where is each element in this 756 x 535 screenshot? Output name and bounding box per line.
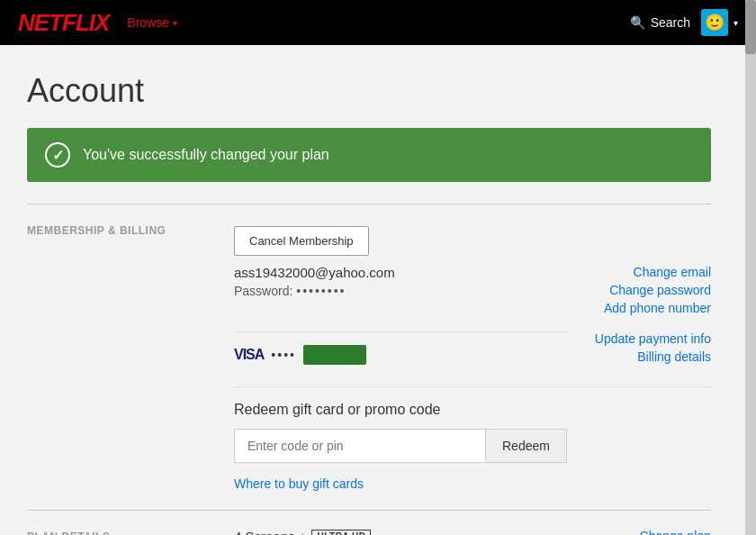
netflix-logo[interactable]: NETFLIX bbox=[18, 9, 109, 37]
gift-card-wrapper: Redeem gift card or promo code Redeem Wh… bbox=[27, 386, 711, 510]
success-icon: ✓ bbox=[45, 142, 70, 168]
plan-actions: Change plan Add DVD plan bbox=[567, 529, 711, 535]
membership-content: Cancel Membership bbox=[234, 222, 711, 256]
change-email-link[interactable]: Change email bbox=[567, 265, 711, 279]
password-label: Password: bbox=[234, 284, 292, 298]
change-plan-link[interactable]: Change plan bbox=[567, 529, 711, 535]
payment-row-outer: VISA •••• Update payment info Billing de… bbox=[234, 331, 711, 374]
gift-card-label: Redeem gift card or promo code bbox=[234, 386, 711, 418]
gift-input-row: Redeem bbox=[234, 429, 711, 463]
ultra-hd-badge: ULTRA HD bbox=[311, 530, 371, 535]
payment-wrapper: VISA •••• Update payment info Billing de… bbox=[27, 331, 711, 374]
header-right: 🔍 Search 🙂 ▾ bbox=[630, 9, 738, 36]
sections: MEMBERSHIP & BILLING Cancel Membership a… bbox=[27, 204, 711, 535]
plan-label: PLAN DETAILS bbox=[27, 529, 234, 535]
plan-screens: 4 Screens + bbox=[234, 529, 306, 535]
scrollbar[interactable] bbox=[745, 0, 756, 535]
credential-actions: Change email Change password Add phone n… bbox=[567, 265, 711, 319]
card-dots: •••• bbox=[271, 348, 296, 362]
update-payment-link[interactable]: Update payment info bbox=[567, 331, 711, 346]
cancel-membership-button[interactable]: Cancel Membership bbox=[234, 226, 369, 256]
credentials-row: ass19432000@yahoo.com Password: ••••••••… bbox=[27, 265, 711, 319]
redeem-button[interactable]: Redeem bbox=[486, 429, 567, 463]
browse-chevron-icon: ▾ bbox=[173, 18, 177, 28]
add-phone-link[interactable]: Add phone number bbox=[567, 301, 711, 315]
password-row: Password: •••••••• bbox=[234, 284, 567, 298]
avatar: 🙂 bbox=[701, 9, 728, 36]
card-color-block bbox=[303, 345, 366, 365]
search-icon: 🔍 bbox=[630, 15, 645, 30]
page-title: Account bbox=[27, 72, 711, 110]
email-display: ass19432000@yahoo.com bbox=[234, 265, 567, 280]
header: NETFLIX Browse ▾ 🔍 Search 🙂 ▾ bbox=[0, 0, 756, 45]
change-password-link[interactable]: Change password bbox=[567, 283, 711, 297]
credentials-content: ass19432000@yahoo.com Password: •••••••• bbox=[234, 265, 567, 319]
success-message: You've successfully changed your plan bbox=[83, 147, 329, 163]
visa-logo: VISA bbox=[234, 347, 264, 363]
search-label: Search bbox=[651, 15, 690, 30]
checkmark-icon: ✓ bbox=[52, 147, 64, 164]
gift-code-input[interactable] bbox=[234, 429, 486, 463]
browse-label: Browse bbox=[127, 15, 169, 30]
success-banner: ✓ You've successfully changed your plan bbox=[27, 128, 711, 182]
membership-section: MEMBERSHIP & BILLING Cancel Membership bbox=[27, 204, 711, 274]
main-content: Account ✓ You've successfully changed yo… bbox=[0, 45, 738, 535]
avatar-menu[interactable]: 🙂 ▾ bbox=[701, 9, 738, 36]
payment-row: VISA •••• bbox=[234, 331, 567, 374]
browse-button[interactable]: Browse ▾ bbox=[127, 15, 177, 30]
avatar-chevron-icon: ▾ bbox=[734, 18, 738, 28]
where-to-buy-gift-cards-link[interactable]: Where to buy gift cards bbox=[234, 476, 364, 491]
password-dots: •••••••• bbox=[296, 284, 346, 298]
payment-info: VISA •••• bbox=[234, 331, 567, 374]
plan-content: 4 Screens + ULTRA HD No DVD plan bbox=[234, 529, 567, 535]
plan-section: PLAN DETAILS 4 Screens + ULTRA HD No DVD… bbox=[27, 510, 711, 535]
billing-details-link[interactable]: Billing details bbox=[567, 349, 711, 364]
plan-row: 4 Screens + ULTRA HD bbox=[234, 529, 567, 535]
membership-label: MEMBERSHIP & BILLING bbox=[27, 222, 234, 256]
search-button[interactable]: 🔍 Search bbox=[630, 15, 690, 30]
payment-actions: Update payment info Billing details bbox=[567, 331, 711, 367]
scrollbar-thumb[interactable] bbox=[745, 0, 756, 54]
